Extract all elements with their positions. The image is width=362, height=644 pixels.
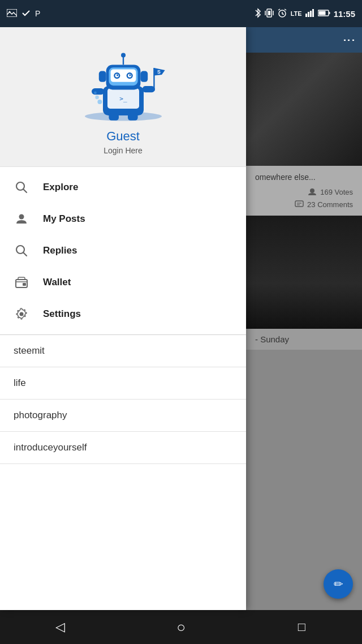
svg-point-31 — [129, 74, 131, 76]
svg-line-49 — [24, 253, 27, 256]
fab-icon: ✏ — [334, 577, 343, 591]
comments-stat: 23 Comments — [295, 200, 353, 209]
svg-point-43 — [95, 96, 98, 99]
status-bar-right: LTE 11:55 — [255, 8, 355, 20]
nav-item-wallet[interactable]: Wallet — [0, 267, 246, 298]
status-time: 11:55 — [334, 9, 355, 19]
content-excerpt: omewhere else... — [255, 173, 353, 182]
navigation-drawer: >_ — [0, 27, 246, 610]
comments-icon — [295, 200, 304, 209]
drawer-header: >_ — [0, 27, 246, 167]
signal-icon — [305, 9, 314, 19]
fab-compose-button[interactable]: ✏ — [324, 569, 353, 599]
svg-line-46 — [24, 190, 27, 193]
svg-point-33 — [121, 53, 126, 58]
votes-stat: 169 Votes — [308, 187, 353, 196]
main-content: ⋮ omewhere else... 169 Votes 23 Comments — [246, 27, 362, 610]
svg-rect-40 — [109, 113, 119, 121]
svg-rect-41 — [128, 113, 138, 121]
bluetooth-icon — [255, 8, 261, 20]
main-container: >_ — [0, 27, 362, 610]
user-name: Guest — [106, 129, 140, 144]
content-image-bottom — [246, 216, 362, 329]
comments-count: 23 Comments — [307, 200, 353, 209]
svg-rect-15 — [312, 9, 314, 17]
tag-item-life[interactable]: life — [0, 367, 246, 400]
content-bottom-text: - Sunday — [246, 329, 362, 350]
svg-text:>_: >_ — [119, 95, 127, 102]
search-icon — [14, 179, 29, 195]
votes-icon — [308, 187, 317, 196]
svg-rect-12 — [305, 14, 307, 17]
svg-point-28 — [117, 74, 118, 76]
svg-rect-34 — [98, 71, 106, 82]
svg-text:S: S — [157, 69, 161, 75]
svg-rect-37 — [142, 86, 154, 92]
content-stats: 169 Votes 23 Comments — [255, 187, 353, 209]
alarm-icon — [277, 8, 287, 20]
battery-icon — [318, 9, 330, 19]
tag-item-introduceyourself[interactable]: introduceyourself — [0, 432, 246, 464]
my-posts-label: My Posts — [43, 213, 85, 225]
paypal-icon: P — [35, 8, 43, 19]
svg-line-10 — [278, 9, 280, 10]
nav-items-container: Explore My Posts Replies — [0, 167, 246, 334]
home-button[interactable]: ○ — [164, 610, 198, 644]
svg-rect-14 — [310, 11, 312, 17]
wallet-label: Wallet — [43, 277, 71, 288]
tag-item-steemit[interactable]: steemit — [0, 335, 246, 367]
vibrate-icon — [265, 8, 274, 20]
content-top-bar: ⋮ — [246, 27, 362, 53]
content-image-top — [246, 53, 362, 166]
status-bar-left: P — [7, 8, 43, 19]
image-icon — [7, 9, 17, 19]
recents-button[interactable]: □ — [285, 610, 318, 644]
more-menu-button[interactable]: ⋮ — [343, 34, 355, 46]
nav-item-settings[interactable]: Settings — [0, 298, 246, 330]
settings-label: Settings — [43, 308, 81, 320]
content-card: omewhere else... 169 Votes 23 Comments — [246, 166, 362, 216]
svg-rect-36 — [92, 88, 104, 95]
svg-rect-51 — [23, 283, 26, 286]
bottom-nav: ◁ ○ □ — [0, 610, 362, 644]
svg-point-44 — [94, 92, 97, 95]
nav-item-explore[interactable]: Explore — [0, 171, 246, 203]
replies-icon — [14, 243, 29, 259]
svg-rect-18 — [329, 12, 330, 14]
wallet-icon — [14, 274, 29, 290]
check-icon — [21, 9, 31, 19]
svg-rect-54 — [295, 201, 303, 207]
login-link[interactable]: Login Here — [104, 146, 143, 155]
nav-item-my-posts[interactable]: My Posts — [0, 203, 246, 235]
explore-label: Explore — [43, 182, 78, 193]
lte-icon: LTE — [291, 10, 302, 17]
svg-rect-13 — [308, 12, 309, 17]
status-bar: P LTE 11:55 — [0, 0, 362, 27]
svg-rect-4 — [268, 11, 270, 15]
svg-rect-17 — [318, 11, 325, 15]
svg-line-11 — [285, 9, 286, 10]
votes-count: 169 Votes — [320, 188, 353, 196]
robot-logo: >_ — [78, 43, 169, 122]
svg-text:P: P — [35, 9, 40, 18]
svg-point-52 — [20, 312, 24, 316]
person-icon — [14, 211, 29, 227]
svg-point-42 — [97, 100, 102, 104]
svg-point-53 — [310, 188, 314, 193]
back-button[interactable]: ◁ — [44, 610, 77, 644]
svg-rect-35 — [140, 71, 148, 82]
tag-item-photography[interactable]: photography — [0, 400, 246, 432]
tag-items-container: steemit life photography introduceyourse… — [0, 335, 246, 610]
replies-label: Replies — [43, 245, 77, 256]
nav-item-replies[interactable]: Replies — [0, 235, 246, 267]
svg-point-47 — [19, 214, 24, 220]
settings-icon — [14, 306, 29, 322]
